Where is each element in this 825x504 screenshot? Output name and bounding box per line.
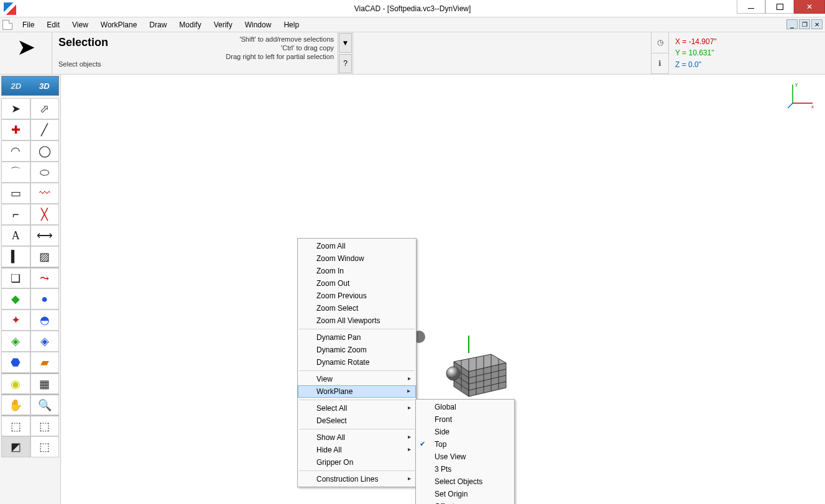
circle-tool-icon[interactable]: ◯: [30, 140, 60, 162]
ctx-select-all[interactable]: Select All: [298, 402, 416, 415]
current-tool-icon-cell: ➤: [0, 32, 52, 74]
sub-3pts[interactable]: 3 Pts: [416, 463, 514, 475]
svg-text:x: x: [811, 104, 814, 108]
sub-front[interactable]: Front: [416, 413, 514, 426]
ctx-zoom-all-viewports[interactable]: Zoom All Viewports: [298, 314, 416, 327]
chamfer-tool-icon[interactable]: ╳: [30, 204, 60, 225]
context-menu[interactable]: Zoom All Zoom Window Zoom In Zoom Out Zo…: [297, 238, 417, 487]
pan-hand-icon[interactable]: ✋: [1, 394, 30, 415]
curve-tool-icon[interactable]: ⌒: [1, 162, 30, 183]
ellipse-tool-icon[interactable]: ⬭: [30, 162, 60, 183]
menu-modify[interactable]: Modify: [173, 17, 207, 32]
sub-offset[interactable]: Offset: [416, 500, 514, 504]
ctx-gripper-on[interactable]: Gripper On: [298, 456, 416, 469]
ctx-zoom-in[interactable]: Zoom In: [298, 265, 416, 277]
workplane-submenu[interactable]: Global Front Side Top Use View 3 Pts Sel…: [415, 399, 515, 504]
assembly-icon[interactable]: ✦: [1, 309, 30, 331]
select-filled-arrow-icon[interactable]: ➤: [1, 98, 30, 119]
hatch-fill-tool-icon[interactable]: ▨: [30, 246, 60, 267]
chevron-down-icon: ▼: [342, 39, 349, 47]
ctx-dynamic-pan[interactable]: Dynamic Pan: [298, 331, 416, 344]
sub-global[interactable]: Global: [416, 401, 514, 413]
sub-top[interactable]: Top: [416, 438, 514, 451]
window-close-button[interactable]: [794, 0, 825, 14]
shaded-cube-icon[interactable]: ◩: [1, 436, 30, 457]
dome-icon[interactable]: ◓: [30, 309, 60, 331]
spline-tool-icon[interactable]: 〰: [30, 183, 60, 204]
tool-info-cell: Selection Select objects 'Shift' to add/…: [52, 32, 338, 74]
cyl-add-icon[interactable]: ⬣: [1, 352, 30, 373]
view-mode-toggle[interactable]: 2D 3D: [1, 76, 59, 96]
solid-blue-icon[interactable]: ◈: [30, 331, 60, 352]
grid-icon[interactable]: ▦: [30, 373, 60, 394]
hatch-line-tool-icon[interactable]: ▍: [1, 246, 30, 267]
select-outline-arrow-icon[interactable]: ⬀: [30, 98, 60, 119]
menu-workplane[interactable]: WorkPlane: [94, 17, 143, 32]
toggle-2d[interactable]: 2D: [2, 76, 30, 95]
plane-orange-icon[interactable]: ▰: [30, 352, 60, 373]
ctx-zoom-all[interactable]: Zoom All: [298, 240, 416, 252]
ctx-workplane[interactable]: WorkPlane: [298, 385, 416, 398]
menu-help[interactable]: Help: [277, 17, 305, 32]
ctx-construction-lines[interactable]: Construction Lines: [298, 473, 416, 485]
ctx-zoom-select[interactable]: Zoom Select: [298, 302, 416, 314]
ctx-dynamic-zoom[interactable]: Dynamic Zoom: [298, 344, 416, 356]
model-sphere: [445, 365, 464, 384]
sub-set-origin[interactable]: Set Origin: [416, 488, 514, 500]
menu-separator: [299, 470, 415, 471]
info-side-buttons: ▼ ?: [338, 32, 353, 74]
sphere-blue-icon[interactable]: ●: [30, 288, 60, 309]
menu-window[interactable]: Window: [239, 17, 278, 32]
mdi-restore-button[interactable]: ❐: [799, 19, 810, 29]
mdi-controls: ‗ ❐ ✕: [786, 19, 823, 29]
solid-green-icon[interactable]: ◈: [1, 331, 30, 352]
toggle-3d[interactable]: 3D: [30, 76, 59, 95]
window-minimize-button[interactable]: [737, 0, 765, 14]
zoom-magnifier-icon[interactable]: 🔍: [30, 394, 60, 415]
axis-gizmo: y x: [788, 81, 815, 108]
info-icon[interactable]: ℹ: [652, 53, 668, 75]
arc-tool-icon[interactable]: ◠: [1, 140, 30, 162]
wireframe-pair-icon[interactable]: ⬚: [30, 415, 60, 436]
rectangle-tool-icon[interactable]: ▭: [1, 183, 30, 204]
menu-verify[interactable]: Verify: [208, 17, 239, 32]
ctx-zoom-window[interactable]: Zoom Window: [298, 252, 416, 265]
ctx-view[interactable]: View: [298, 373, 416, 385]
wireframe-shaded-icon[interactable]: ⬚: [30, 436, 60, 457]
ctx-hide-all[interactable]: Hide All: [298, 444, 416, 456]
dimension-tool-icon[interactable]: ⟷: [30, 225, 60, 246]
clock-icon[interactable]: ◷: [652, 32, 668, 53]
menu-file[interactable]: File: [16, 17, 40, 32]
menu-draw[interactable]: Draw: [143, 17, 173, 32]
ctx-zoom-previous[interactable]: Zoom Previous: [298, 290, 416, 302]
menubar: File Edit View WorkPlane Draw Modify Ver…: [0, 17, 825, 32]
ctx-show-all[interactable]: Show All: [298, 431, 416, 444]
menu-view[interactable]: View: [66, 17, 94, 32]
cube-green-icon[interactable]: ◆: [1, 288, 30, 309]
coords-values: X = -14.907" Y = 10.631" Z = 0.0": [669, 32, 825, 74]
ctx-deselect[interactable]: DeSelect: [298, 415, 416, 427]
tool-grid: ➤ ⬀ ✚ ╱ ◠ ◯ ⌒ ⬭ ▭ 〰 ⌐ ╳ A ⟷ ▍ ▨ ❏ ⤳ ◆ ● …: [1, 98, 59, 457]
window-maximize-button[interactable]: [765, 0, 794, 14]
info-help-button[interactable]: ?: [339, 54, 352, 74]
point-tool-icon[interactable]: ✚: [1, 119, 30, 140]
ctx-dynamic-rotate[interactable]: Dynamic Rotate: [298, 356, 416, 369]
fillet-tool-icon[interactable]: ⌐: [1, 204, 30, 225]
sub-use-view[interactable]: Use View: [416, 451, 514, 463]
coord-x: X = -14.907": [675, 37, 819, 46]
line-tool-icon[interactable]: ╱: [30, 119, 60, 140]
menu-edit[interactable]: Edit: [40, 17, 66, 32]
info-dropdown-button[interactable]: ▼: [339, 33, 352, 53]
mdi-minimize-button[interactable]: ‗: [786, 19, 798, 29]
transform-tool-icon[interactable]: ❏: [1, 267, 30, 288]
path-tool-icon[interactable]: ⤳: [30, 267, 60, 288]
tool-description: Select objects: [58, 60, 331, 68]
sub-side[interactable]: Side: [416, 426, 514, 438]
ctx-zoom-out[interactable]: Zoom Out: [298, 277, 416, 290]
viewport[interactable]: y x: [61, 75, 825, 504]
text-tool-icon[interactable]: A: [1, 225, 30, 246]
light-icon[interactable]: ◉: [1, 373, 30, 394]
sub-select-objects[interactable]: Select Objects: [416, 475, 514, 488]
wireframe-cube-icon[interactable]: ⬚: [1, 415, 30, 436]
mdi-close-button[interactable]: ✕: [811, 19, 823, 29]
